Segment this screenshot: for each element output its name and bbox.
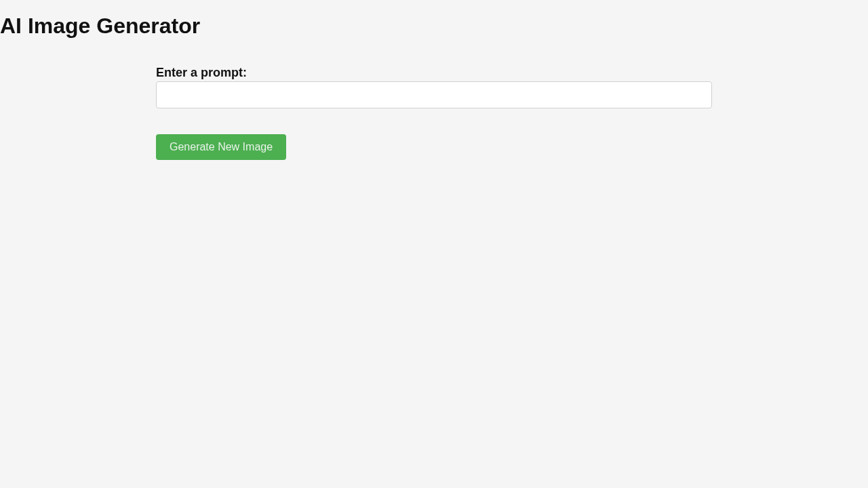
prompt-input[interactable]: [156, 81, 712, 108]
generate-button[interactable]: Generate New Image: [156, 134, 286, 160]
prompt-label: Enter a prompt:: [156, 66, 712, 80]
main-form-container: Enter a prompt: Generate New Image: [156, 39, 712, 160]
page-title: AI Image Generator: [0, 0, 868, 39]
